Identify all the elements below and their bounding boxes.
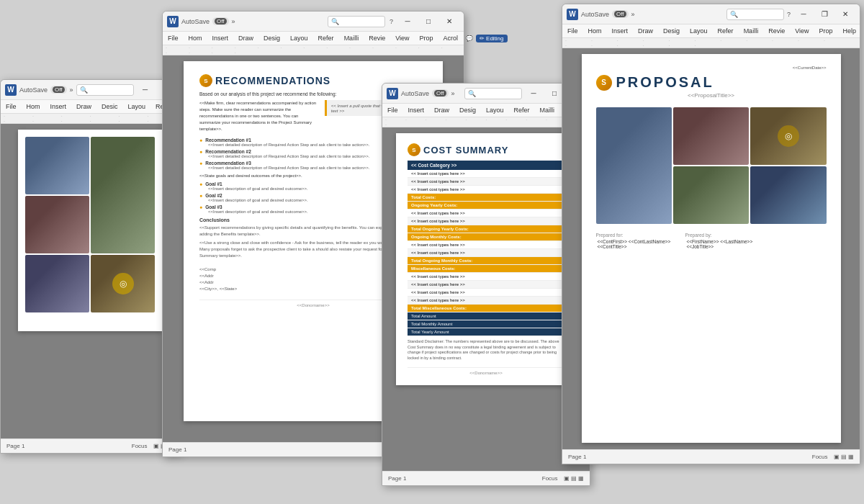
page-indicator-2: Page 1 bbox=[168, 446, 186, 453]
ribbon-prop-4[interactable]: Prop bbox=[817, 26, 835, 36]
cost-summary-content: S COST SUMMARY << Cost Category >> << In… bbox=[408, 143, 564, 375]
minimize-btn-1[interactable]: ─ bbox=[135, 83, 156, 97]
ribbon-draw-1[interactable]: Draw bbox=[74, 102, 94, 112]
ribbon-home-3[interactable]: Insert bbox=[406, 105, 427, 115]
search-box-3[interactable]: 🔍 bbox=[464, 88, 522, 99]
photo-tile-2 bbox=[91, 137, 155, 253]
autosave-toggle-3[interactable]: Off bbox=[432, 89, 449, 97]
comment-icon-2: 💬 bbox=[466, 35, 473, 42]
minimize-btn-3[interactable]: ─ bbox=[523, 86, 544, 101]
doc-area-1: ◎ bbox=[1, 124, 179, 438]
editing-badge-2[interactable]: ✏ Editing bbox=[476, 35, 507, 42]
cost-table: << Cost Category >> << Insert cost types… bbox=[408, 161, 564, 336]
search-box-1[interactable]: 🔍 bbox=[76, 84, 134, 96]
ribbon-file-1[interactable]: File bbox=[4, 102, 19, 112]
search-box-4[interactable]: 🔍 bbox=[726, 9, 784, 20]
ribbon-design-4[interactable]: Desig bbox=[661, 26, 682, 36]
word-icon-1: W bbox=[5, 84, 17, 96]
autosave-label-2: AutoSave bbox=[181, 18, 210, 25]
ribbon-view-2[interactable]: View bbox=[393, 33, 411, 43]
ribbon-layout-4[interactable]: Layou bbox=[688, 26, 710, 36]
photo-prop-2 bbox=[673, 107, 749, 165]
cost-summary-yearly: Total Yearly Amount bbox=[408, 328, 564, 336]
photo-tile-3 bbox=[25, 196, 89, 253]
prepared-by-label: Prepared by: bbox=[685, 233, 711, 238]
ribbon-design-1[interactable]: Desic bbox=[99, 102, 120, 112]
ribbon-draw-3[interactable]: Desig bbox=[457, 105, 478, 115]
cost-total-monthly: Total Ongoing Monthly Costs: bbox=[408, 257, 564, 265]
ribbon-design-3[interactable]: Layou bbox=[484, 105, 506, 115]
ribbon-view-4[interactable]: View bbox=[793, 26, 811, 36]
photo-prop-5 bbox=[750, 166, 826, 224]
more-btn-4[interactable]: » bbox=[631, 11, 635, 18]
ribbon-home-2[interactable]: Hom bbox=[186, 33, 204, 43]
minimize-btn-2[interactable]: ─ bbox=[397, 14, 418, 29]
ribbon-mail-2[interactable]: Mailli bbox=[342, 33, 361, 43]
ribbon-prop-2[interactable]: Prop bbox=[418, 33, 436, 43]
cost-row-misc4: << Insert cost types here >> bbox=[408, 297, 564, 305]
autosave-label-1: AutoSave bbox=[19, 86, 48, 94]
photo-prop-3: ◎ bbox=[750, 107, 826, 165]
window-proposal[interactable]: W AutoSave Off » 🔍 ? ─ ❐ ✕ File Hom Inse… bbox=[562, 4, 860, 464]
autosave-toggle-1[interactable]: Off bbox=[50, 86, 67, 94]
minimize-btn-4[interactable]: ─ bbox=[793, 7, 814, 22]
goal-bullet-2: ● bbox=[199, 193, 202, 198]
doc-area-4: <<CurrentDate>> S PROPOSAL <<ProposalTit… bbox=[562, 48, 860, 449]
proposal-content: <<CurrentDate>> S PROPOSAL <<ProposalTit… bbox=[596, 66, 827, 249]
ribbon-insert-4[interactable]: Insert bbox=[610, 26, 631, 36]
status-bar-4: Page 1 Focus ▣ ▤ ▦ bbox=[562, 449, 860, 464]
autosave-toggle-4[interactable]: Off bbox=[612, 10, 629, 18]
ruler-2: · · · · · · · · · · · · · · · · · bbox=[163, 45, 464, 55]
more-btn-3[interactable]: » bbox=[451, 90, 455, 97]
search-icon-2: 🔍 bbox=[331, 18, 339, 25]
ribbon-help-2[interactable]: Acrol bbox=[441, 33, 461, 43]
ribbon-home-4[interactable]: Hom bbox=[586, 26, 604, 36]
ruler-1: · · · · · · · · · · · · bbox=[1, 114, 179, 124]
ribbon-file-4[interactable]: File bbox=[565, 26, 580, 36]
autosave-label-4: AutoSave bbox=[581, 11, 609, 18]
cost-summary-monthly: Total Monthly Amount bbox=[408, 320, 564, 328]
ribbon-insert-1[interactable]: Insert bbox=[48, 102, 69, 112]
ribbon-review-4[interactable]: Revie bbox=[766, 26, 787, 36]
ribbon-layout-3[interactable]: Refer bbox=[512, 105, 532, 115]
ribbon-draw-2[interactable]: Draw bbox=[236, 33, 256, 43]
ribbon-refer-3[interactable]: Mailli bbox=[538, 105, 557, 115]
search-box-2[interactable]: 🔍 bbox=[328, 16, 385, 27]
photo-prop-1 bbox=[596, 107, 672, 224]
close-btn-2[interactable]: ✕ bbox=[439, 14, 459, 29]
ribbon-refer-4[interactable]: Refer bbox=[716, 26, 736, 36]
help-icon-4: ? bbox=[787, 11, 791, 18]
search-icon-3: 🔍 bbox=[468, 90, 476, 97]
ribbon-insert-3[interactable]: Draw bbox=[432, 105, 451, 115]
more-btn-2[interactable]: » bbox=[232, 18, 235, 25]
ribbon-layout-1[interactable]: Layou bbox=[126, 102, 148, 112]
more-btn-1[interactable]: » bbox=[70, 86, 73, 94]
prepared-for-section: Prepared for: <<ContFirst>> <<ContLastNa… bbox=[596, 233, 671, 249]
proposal-logo: S bbox=[596, 75, 612, 91]
cost-table-body: << Insert cost types here >> << Insert c… bbox=[408, 170, 564, 336]
ribbon-mail-4[interactable]: Mailli bbox=[742, 26, 761, 36]
logo-circle-2: S bbox=[199, 74, 212, 87]
ribbon-help-4[interactable]: Help bbox=[841, 26, 859, 36]
goal-bullet-3: ● bbox=[199, 204, 202, 210]
maximize-btn-2[interactable]: □ bbox=[418, 14, 438, 29]
restore-btn-4[interactable]: ❐ bbox=[814, 7, 834, 22]
ribbon-layout-2[interactable]: Layou bbox=[288, 33, 310, 43]
ribbon-review-2[interactable]: Revie bbox=[366, 33, 387, 43]
ribbon-insert-2[interactable]: Insert bbox=[210, 33, 231, 43]
photo-tile-1 bbox=[25, 137, 89, 194]
ribbon-file-3[interactable]: File bbox=[385, 105, 400, 115]
close-btn-4[interactable]: ✕ bbox=[835, 7, 855, 22]
autosave-toggle-2[interactable]: Off bbox=[212, 17, 229, 25]
ribbon-draw-4[interactable]: Draw bbox=[636, 26, 655, 36]
help-icon-2: ? bbox=[390, 18, 393, 25]
ribbon-file-2[interactable]: File bbox=[166, 33, 181, 43]
cost-disclaimer: Standard Disclaimer: The numbers represe… bbox=[408, 339, 564, 361]
window-1[interactable]: W AutoSave Off » 🔍 ─ □ ✕ File Hom Insert… bbox=[0, 79, 180, 454]
ribbon-home-1[interactable]: Hom bbox=[24, 102, 42, 112]
ribbon-design-2[interactable]: Desig bbox=[261, 33, 282, 43]
ribbon-refer-2[interactable]: Refer bbox=[316, 33, 336, 43]
photo-tile-5: ◎ bbox=[91, 255, 155, 312]
focus-label-1: Focus bbox=[132, 443, 148, 449]
window-cost-summary[interactable]: W AutoSave Off » 🔍 ─ □ ✕ File Insert Dra… bbox=[382, 83, 590, 486]
